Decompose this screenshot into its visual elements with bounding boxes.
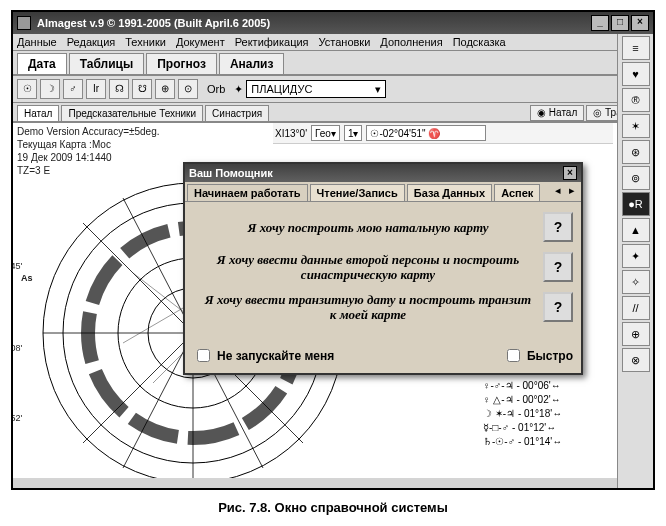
maximize-button[interactable]: □ xyxy=(611,15,629,31)
planet-icon[interactable]: ☉ xyxy=(17,79,37,99)
tool-icon[interactable]: ⊕ xyxy=(622,322,650,346)
fast-checkbox[interactable]: Быстро xyxy=(503,346,573,365)
dialog-tabs: Начинаем работать Чтение/Запись База Дан… xyxy=(185,182,581,202)
planet-icon[interactable]: ♂ xyxy=(63,79,83,99)
menu-item[interactable]: Дополнения xyxy=(380,36,442,48)
dialog-body: Я хочу построить мою натальную карту ? Я… xyxy=(185,202,581,342)
deg-label: 28°45' xyxy=(13,261,22,271)
current-chart: Текущая Карта :Мос xyxy=(17,138,160,151)
right-toolbar: ≡ ♥ ® ✶ ⊛ ⊚ ●R ▲ ✦ ✧ // ⊕ ⊗ xyxy=(617,34,653,488)
menu-item[interactable]: Ректификация xyxy=(235,36,309,48)
figure-caption: Рис. 7.8. Окно справочной системы xyxy=(0,500,666,516)
dont-start-input[interactable] xyxy=(197,349,210,362)
aspect-line: ♄-☉-♂ - 01°14'↔ xyxy=(483,435,613,449)
helper-option-synastry: Я хочу ввести данные второй персоны и по… xyxy=(193,252,543,282)
geo-row: XI13°0' Гео ▾ 1 ▾ ☉-02°04'51" ♈ xyxy=(273,123,613,144)
tool-icon[interactable]: ≡ xyxy=(622,36,650,60)
help-button[interactable]: ? xyxy=(543,252,573,282)
house-system-select[interactable]: ПЛАЦИДУС ▾ xyxy=(246,80,386,98)
dialog-title: Ваш Помощник xyxy=(189,167,273,179)
app-icon xyxy=(17,16,31,30)
subtab-predictive[interactable]: Предсказательные Техники xyxy=(61,105,203,121)
tool-icon[interactable]: ✧ xyxy=(622,270,650,294)
house-system-value: ПЛАЦИДУС xyxy=(251,83,312,95)
dlg-tab-readwrite[interactable]: Чтение/Запись xyxy=(310,184,405,201)
tab-analysis[interactable]: Анализ xyxy=(219,53,285,74)
titlebar: Almagest v.9 © 1991-2005 (Built April.6 … xyxy=(13,12,653,34)
menu-item[interactable]: Подсказка xyxy=(453,36,506,48)
deg-label: 14°52' xyxy=(13,413,22,423)
tab-forecast[interactable]: Прогноз xyxy=(146,53,217,74)
coord-display: ☉-02°04'51" ♈ xyxy=(366,125,486,141)
dialog-footer: Не запускайте меня Быстро xyxy=(185,342,581,373)
aspect-line: ♀ △-♃ - 00°02'↔ xyxy=(483,393,613,407)
deg-label: 21°08' xyxy=(13,343,22,353)
window-title: Almagest v.9 © 1991-2005 (Built April.6 … xyxy=(37,17,270,29)
helper-option-natal: Я хочу построить мою натальную карту xyxy=(193,220,543,235)
planet-icon[interactable]: ⊙ xyxy=(178,79,198,99)
menu-item[interactable]: Установки xyxy=(319,36,371,48)
planet-icon[interactable]: ☽ xyxy=(40,79,60,99)
tool-icon[interactable]: ® xyxy=(622,88,650,112)
dialog-close-button[interactable]: × xyxy=(563,166,577,180)
tool-icon[interactable]: // xyxy=(622,296,650,320)
tool-icon[interactable]: ✦ xyxy=(622,244,650,268)
dont-start-checkbox[interactable]: Не запускайте меня xyxy=(193,346,334,365)
dont-start-label: Не запускайте меня xyxy=(217,349,334,363)
helper-option-transit: Я хочу ввести транзитную дату и построит… xyxy=(193,292,543,322)
tab-tables[interactable]: Таблицы xyxy=(69,53,144,74)
chart-date: 19 Дек 2009 14:1440 xyxy=(17,151,160,164)
dialog-titlebar: Ваш Помощник × xyxy=(185,164,581,182)
axis-as: As xyxy=(21,273,33,283)
tool-icon[interactable]: ⊚ xyxy=(622,166,650,190)
dlg-tab-aspects[interactable]: Аспек xyxy=(494,184,540,201)
main-window: Almagest v.9 © 1991-2005 (Built April.6 … xyxy=(11,10,655,490)
aspect-line: ☿-□-♂ - 01°12'↔ xyxy=(483,421,613,435)
chevron-down-icon: ▾ xyxy=(375,83,381,96)
toolbar: ☉ ☽ ♂ Ir ☊ ☋ ⊕ ⊙ Orb ✦ ПЛАЦИДУС ▾ xyxy=(13,76,653,103)
tool-icon[interactable]: ⊗ xyxy=(622,348,650,372)
planet-icon[interactable]: ☊ xyxy=(109,79,129,99)
help-button[interactable]: ? xyxy=(543,292,573,322)
sub-tabs: Натал Предсказательные Техники Синастрия… xyxy=(13,103,653,122)
dlg-tab-database[interactable]: База Данных xyxy=(407,184,492,201)
xi-label: XI13°0' xyxy=(275,128,307,139)
orb-label: Orb xyxy=(207,83,225,95)
main-tabs: Дата Таблицы Прогноз Анализ xyxy=(13,51,653,76)
system-select[interactable]: Гео ▾ xyxy=(311,125,340,141)
fast-input[interactable] xyxy=(507,349,520,362)
helper-dialog: Ваш Помощник × Начинаем работать Чтение/… xyxy=(183,162,583,375)
help-button[interactable]: ? xyxy=(543,212,573,242)
planet-icon[interactable]: ☋ xyxy=(132,79,152,99)
orb-icon: ✦ xyxy=(234,83,243,96)
minimize-button[interactable]: _ xyxy=(591,15,609,31)
menu-item[interactable]: Редакция xyxy=(67,36,115,48)
subtab-synastry[interactable]: Синастрия xyxy=(205,105,269,121)
rnav-natal[interactable]: ◉ Натал xyxy=(530,105,584,121)
fast-label: Быстро xyxy=(527,349,573,363)
num-select[interactable]: 1 ▾ xyxy=(344,125,363,141)
close-button[interactable]: × xyxy=(631,15,649,31)
subtab-natal[interactable]: Натал xyxy=(17,105,59,121)
chart-info: Demo Version Accuracy=±5deg. Текущая Кар… xyxy=(17,125,160,177)
dlg-tab-scroll-left[interactable]: ◂ xyxy=(551,184,565,201)
tool-icon[interactable]: ⊛ xyxy=(622,140,650,164)
planet-icon[interactable]: ⊕ xyxy=(155,79,175,99)
menu-item[interactable]: Данные xyxy=(17,36,57,48)
tool-icon[interactable]: ♥ xyxy=(622,62,650,86)
tool-icon[interactable]: ▲ xyxy=(622,218,650,242)
menu-item[interactable]: Техники xyxy=(125,36,166,48)
demo-notice: Demo Version Accuracy=±5deg. xyxy=(17,125,160,138)
planet-icon[interactable]: Ir xyxy=(86,79,106,99)
menubar: Данные Редакция Техники Документ Ректифи… xyxy=(13,34,653,51)
aspect-line: ☽ ✶-♃ - 01°18'↔ xyxy=(483,407,613,421)
tool-icon[interactable]: ✶ xyxy=(622,114,650,138)
tool-icon[interactable]: ●R xyxy=(622,192,650,216)
dlg-tab-start[interactable]: Начинаем работать xyxy=(187,184,308,201)
tab-date[interactable]: Дата xyxy=(17,53,67,74)
aspect-line: ♀-♂-♃ - 00°06'↔ xyxy=(483,379,613,393)
menu-item[interactable]: Документ xyxy=(176,36,225,48)
dlg-tab-scroll-right[interactable]: ▸ xyxy=(565,184,579,201)
